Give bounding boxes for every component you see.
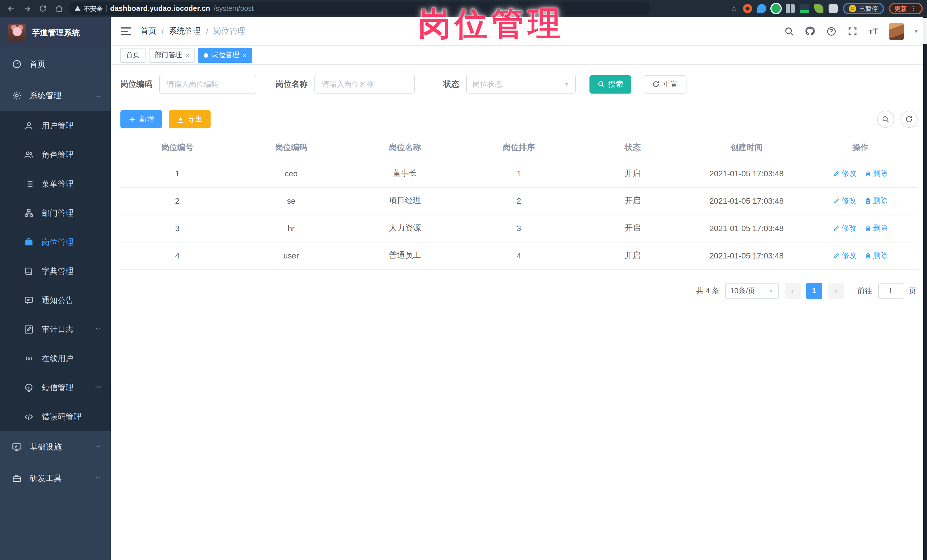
add-button[interactable]: 新增 [120, 110, 162, 128]
browser-reload-icon[interactable] [36, 2, 49, 15]
sidebar-item-online-users[interactable]: 在线用户 [0, 344, 111, 373]
sidebar-item-label: 错误码管理 [42, 412, 82, 422]
tags-view: 首页 部门管理 × 岗位管理 × [111, 46, 927, 65]
fullscreen-icon[interactable] [846, 26, 858, 37]
caret-down-icon[interactable]: ▼ [913, 28, 919, 34]
cell-create-time: 2021-01-05 17:03:48 [690, 187, 804, 214]
sidebar-item-label: 部门管理 [42, 208, 74, 218]
breadcrumb-home[interactable]: 首页 [140, 26, 157, 36]
breadcrumb-system[interactable]: 系统管理 [169, 26, 201, 36]
sidebar-toggle-icon[interactable] [121, 27, 131, 35]
sidebar-item-infrastructure[interactable]: 基础设施 ﹀ [0, 431, 111, 463]
sidebar-item-audit-log[interactable]: 审计日志 ﹀ [0, 315, 111, 344]
delete-link[interactable]: 删除 [865, 168, 888, 179]
bookmark-star-icon[interactable]: ☆ [730, 4, 737, 13]
extension-icon-check[interactable] [771, 4, 780, 13]
cell-operations: 修改删除 [804, 187, 917, 214]
sidebar-item-posts[interactable]: 岗位管理 [0, 228, 111, 257]
column-header: 操作 [804, 137, 917, 160]
filter-bar: 岗位编码 岗位名称 状态 岗位状态 ▼ 搜索 [120, 75, 917, 94]
page-size-select[interactable]: 10条/页 ▼ [725, 283, 779, 299]
current-page-button[interactable]: 1 [806, 283, 822, 299]
browser-home-icon[interactable] [53, 2, 65, 15]
sidebar-item-dictionary[interactable]: 字典管理 [0, 257, 111, 286]
not-secure-warning[interactable]: 不安全 [74, 4, 103, 13]
browser-back-icon[interactable] [5, 2, 17, 15]
sidebar-item-system[interactable]: 系统管理 ︿ [0, 80, 111, 111]
edit-link[interactable]: 修改 [833, 223, 857, 233]
sidebar-item-roles[interactable]: 角色管理 [0, 140, 111, 170]
sidebar-item-users[interactable]: 用户管理 [0, 111, 111, 140]
chevron-down-icon: ﹀ [95, 443, 102, 451]
edit-link[interactable]: 修改 [833, 250, 857, 261]
sidebar-item-sms[interactable]: 短信管理 ﹀ [0, 373, 111, 402]
post-code-input[interactable] [159, 75, 256, 94]
cell-operations: 修改删除 [804, 242, 917, 269]
delete-link[interactable]: 删除 [865, 223, 888, 233]
search-button[interactable]: 搜索 [590, 75, 631, 93]
extension-icon-server[interactable] [800, 4, 809, 13]
tab-departments[interactable]: 部门管理 × [149, 48, 195, 62]
reset-button[interactable]: 重置 [644, 75, 687, 93]
close-icon[interactable]: × [185, 52, 189, 58]
paused-label: 已暂停 [859, 4, 878, 13]
help-icon[interactable] [825, 26, 837, 37]
github-icon[interactable] [804, 26, 816, 37]
scrollbar-thumb[interactable] [923, 18, 927, 44]
sidebar-item-menus[interactable]: 菜单管理 [0, 170, 111, 199]
edit-link[interactable]: 修改 [833, 196, 857, 206]
prev-page-button[interactable]: ‹ [784, 283, 800, 299]
sidebar-item-dev-tools[interactable]: 研发工具 ﹀ [0, 463, 111, 494]
sidebar-item-label: 字典管理 [42, 266, 74, 276]
main-area: 首页 / 系统管理 / 岗位管理 [111, 17, 927, 560]
sidebar-item-departments[interactable]: 部门管理 [0, 199, 111, 228]
extension-icon-pin[interactable] [757, 4, 766, 13]
avatar[interactable] [889, 23, 904, 39]
post-code-label: 岗位编码 [120, 79, 152, 89]
tab-posts[interactable]: 岗位管理 × [198, 48, 252, 62]
extension-icon-grid[interactable] [786, 4, 795, 13]
sidebar-item-error-codes[interactable]: 错误码管理 [0, 402, 111, 431]
font-size-icon[interactable]: ᴛT [868, 26, 879, 37]
post-name-input[interactable] [315, 75, 415, 94]
goto-page-input[interactable] [878, 283, 903, 299]
delete-link[interactable]: 删除 [865, 250, 888, 261]
status-select[interactable]: 岗位状态 ▼ [466, 75, 576, 94]
export-button[interactable]: 导出 [169, 110, 211, 128]
cell-post-id: 1 [120, 160, 234, 187]
close-icon[interactable]: × [243, 52, 246, 58]
extension-icon-puzzle[interactable] [828, 4, 837, 13]
edit-icon [833, 225, 840, 232]
sidebar-item-notices[interactable]: 通知公告 [0, 286, 111, 315]
next-page-button[interactable]: › [828, 283, 844, 299]
not-secure-label: 不安全 [84, 4, 103, 13]
scrollbar[interactable] [923, 17, 927, 560]
browser-menu-icon[interactable]: ⋮ [910, 5, 917, 12]
delete-link[interactable]: 删除 [865, 196, 888, 206]
user-icon [24, 121, 33, 131]
update-button[interactable]: 更新 ⋮ [889, 3, 922, 14]
refresh-table-button[interactable] [900, 111, 917, 128]
cell-post-id: 4 [120, 242, 234, 269]
extension-icon-leaf[interactable] [814, 4, 823, 13]
tab-home[interactable]: 首页 [120, 48, 146, 62]
address-bar[interactable]: 不安全 dashboard.yudao.iocoder.cn/system/po… [68, 2, 650, 15]
shield-chat-icon [24, 383, 33, 393]
browser-forward-icon[interactable] [21, 2, 33, 15]
toggle-search-button[interactable] [877, 111, 894, 128]
toolbox-icon [12, 473, 22, 483]
app-logo-row[interactable]: 芋道管理系统 [0, 17, 111, 49]
table-tools [877, 111, 917, 128]
paused-badge[interactable]: 已暂停 [843, 3, 884, 14]
search-icon [597, 80, 605, 88]
warning-icon [74, 5, 81, 12]
app-header: 首页 / 系统管理 / 岗位管理 [111, 17, 927, 46]
search-icon[interactable] [783, 26, 795, 37]
edit-link[interactable]: 修改 [833, 168, 857, 179]
extension-icon-orange[interactable] [743, 4, 752, 13]
page-content: 岗位编码 岗位名称 状态 岗位状态 ▼ 搜索 [111, 65, 927, 560]
table-toolbar: 新增 导出 [120, 110, 917, 128]
sidebar-item-home[interactable]: 首页 [0, 49, 111, 80]
column-header: 状态 [576, 137, 690, 160]
delete-icon [865, 170, 871, 177]
